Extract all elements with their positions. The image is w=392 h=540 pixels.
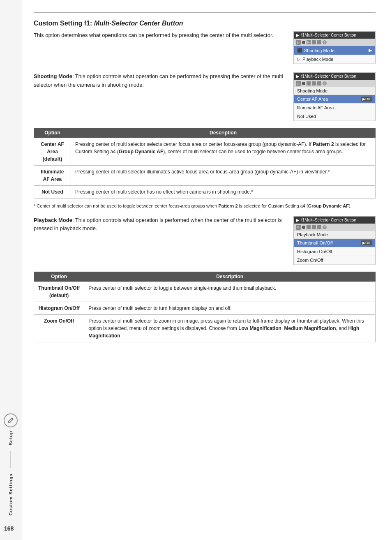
shooting-option-2: IlluminateAF Area [34,166,71,186]
menu3-tab-2 [302,226,305,229]
table-row: Center AFArea(default) Pressing center o… [34,138,376,166]
menu1-header: ▶ f1Multi-Selector Center Button [294,32,375,39]
playback-mode-text: Playback Mode: This option controls what… [34,216,285,265]
menu2-not-used: Not Used [294,112,375,121]
menu3-header: ▶ f1Multi-Selector Center Button [294,217,375,224]
menu2-title: f1Multi-Selector Center Button [301,74,356,78]
table-row: Zoom On/Off Press center of multi select… [34,314,376,342]
menu1-icon: ▶ [296,33,300,37]
menu3-tab-6: ? [323,225,327,229]
sidebar-custom-label: Custom Settings [8,473,13,515]
menu2-tab-6: ? [323,81,327,85]
menu2-header: ▶ f1Multi-Selector Center Button [294,73,375,80]
intro-section: This option determines what operations c… [34,31,376,64]
menu3-thumbnail-label: Thumbnail On/Off [297,240,333,245]
table-row: Histogram On/Off Press center of multi s… [34,302,376,314]
heading-italic: Multi-Selector Center Button [94,20,183,27]
menu2-not-used-label: Not Used [297,114,316,119]
menu3-thumbnail: Thumbnail On/Off ▶OK [294,239,375,247]
tab-icon-3 [307,40,311,44]
shooting-table-col2: Description [71,128,376,138]
menu1-title: f1Multi-Selector Center Button [301,33,356,37]
tab-icon-1: ▷ [296,40,301,45]
playback-desc-1: Press center of multi selector to toggle… [84,282,376,302]
menu2-center-af-label: Center AF Area [297,97,328,102]
ok-badge-2: ▶OK [361,240,372,245]
playback-mode-icon: ▷ [297,57,300,62]
menu3-title: f1Multi-Selector Center Button [301,218,356,222]
table-row: IlluminateAF Area Pressing center of mul… [34,166,376,186]
playback-table-col1: Option [34,272,84,282]
menu3-tab-4 [312,225,316,229]
shooting-option-1: Center AFArea(default) [34,138,71,166]
menu2-illuminate-label: Illuminate AF Area [297,105,334,110]
tab-icon-6: ? [323,40,327,44]
menu3-parent: Playback Mode [294,231,375,239]
playback-desc-3: Press center of multi selector to zoom i… [84,314,376,342]
ok-badge-1: ▶OK [361,97,372,102]
table-row: Thumbnail On/Off(default) Press center o… [34,282,376,302]
menu2-center-af: Center AF Area ▶OK [294,95,375,104]
camera-menu-1: ▶ f1Multi-Selector Center Button ▷ ? ⬛ S… [293,31,376,64]
menu3-tab-3 [307,225,311,229]
menu3-tab-1: ▷ [296,225,301,230]
menu2-tab-1: ▷ [296,81,301,86]
top-rule [34,12,376,13]
menu2-tab-5 [317,81,321,85]
sidebar: 168 Setup Custom Settings [0,0,21,540]
menu3-histogram-label: Histogram On/Off [297,249,332,254]
edit-icon [4,413,18,427]
footnote: * Center of multi selector can not be us… [34,203,376,210]
page-heading: Custom Setting f1: Multi-Selector Center… [34,20,376,27]
menu1-playback-label: Playback Mode [302,57,333,62]
intro-text: This option determines what operations c… [34,31,285,64]
playback-table-col2: Description [84,272,376,282]
shooting-desc-2: Pressing center of multi selector illumi… [71,166,376,186]
menu3-tabs: ▷ ? [294,224,375,231]
menu2-tabs: ▷ ? [294,80,375,87]
menu3-icon: ▶ [296,218,300,222]
playback-mode-bold: Playback Mode [34,217,72,223]
shooting-mode-section: Shooting Mode: This option controls what… [34,72,376,121]
table-row: Not Used Pressing center of multi select… [34,186,376,198]
shooting-mode-text: Shooting Mode: This option controls what… [34,72,285,121]
playback-desc-2: Press center of multi selector to turn h… [84,302,376,314]
menu3-zoom: Zoom On/Off [294,256,375,265]
camera-menu-3: ▶ f1Multi-Selector Center Button ▷ ? Pla… [293,216,376,265]
playback-mode-section: Playback Mode: This option controls what… [34,216,376,265]
page-number: 168 [4,525,14,532]
shooting-desc-1: Pressing center of multi selector select… [71,138,376,166]
sidebar-divider [10,451,11,468]
heading-prefix: Custom Setting f1: [34,20,94,27]
tab-icon-2 [302,41,305,44]
tab-icon-5 [317,40,321,44]
shooting-table-col1: Option [34,128,71,138]
menu2-tab-2 [302,82,305,85]
menu1-tabs: ▷ ? [294,39,375,46]
shooting-options-table: Option Description Center AFArea(default… [34,128,376,198]
menu1-item-shooting: ⬛ Shooting Mode ▶ [294,46,375,55]
shooting-desc-3: Pressing center of multi selector has no… [71,186,376,198]
shooting-option-3: Not Used [34,186,71,198]
shooting-mode-bold: Shooting Mode [34,73,72,79]
menu2-parent: Shooting Mode [294,87,375,95]
menu2-illuminate: Illuminate AF Area [294,104,375,112]
camera-menu-2: ▶ f1Multi-Selector Center Button ▷ ? Sho… [293,72,376,121]
tab-icon-4 [312,40,316,44]
playback-option-3: Zoom On/Off [34,314,84,342]
menu2-tab-3 [307,81,311,85]
menu3-tab-5 [317,225,321,229]
menu2-icon: ▶ [296,74,300,78]
menu1-shooting-label: Shooting Mode [304,48,334,53]
main-content: Custom Setting f1: Multi-Selector Center… [21,0,392,540]
sidebar-setup-label: Setup [8,431,13,445]
playback-options-table: Option Description Thumbnail On/Off(defa… [34,272,376,342]
playback-option-1: Thumbnail On/Off(default) [34,282,84,302]
menu2-tab-4 [312,81,316,85]
playback-option-2: Histogram On/Off [34,302,84,314]
menu3-zoom-label: Zoom On/Off [297,258,323,263]
shooting-arrow: ▶ [369,48,372,53]
menu1-item-playback: ▷ Playback Mode [294,55,375,64]
shooting-mode-icon: ⬛ [297,48,302,53]
menu3-histogram: Histogram On/Off [294,247,375,256]
